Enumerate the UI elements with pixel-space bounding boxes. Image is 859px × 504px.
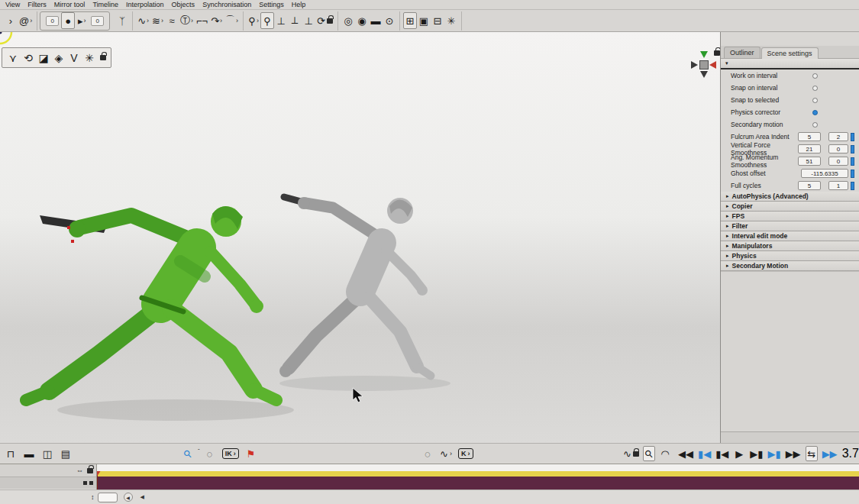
play-button[interactable]: ▶ bbox=[733, 446, 745, 461]
gizmo-axis-left[interactable] bbox=[691, 61, 698, 69]
section-filter[interactable]: ▸Filter bbox=[721, 221, 859, 231]
rotate-tool-icon[interactable]: ↷› bbox=[209, 12, 224, 29]
prev-round-button[interactable]: ◀ bbox=[124, 493, 133, 502]
field-full-cycles-2[interactable]: 1 bbox=[828, 181, 848, 190]
tangent-lock-icon[interactable]: ∿ bbox=[623, 446, 639, 461]
rotate-cube-icon[interactable]: ⟲ bbox=[22, 52, 34, 64]
character-gray[interactable] bbox=[279, 197, 431, 377]
tab-outliner[interactable]: Outliner bbox=[724, 47, 761, 58]
field-fulcrum-area-indent-2[interactable]: 2 bbox=[828, 132, 848, 141]
fulcrum-icon[interactable]: ⟂ bbox=[288, 12, 302, 29]
keyframe-count-spinner[interactable]: 0 bbox=[46, 16, 59, 26]
playback-speed-button[interactable]: ▶▶ bbox=[822, 446, 838, 461]
character-mode-icon[interactable]: ᛉ bbox=[115, 12, 129, 29]
field-fulcrum-area-indent[interactable]: 5 bbox=[798, 132, 821, 141]
offset-arrow-icon[interactable]: ◀ bbox=[140, 494, 144, 500]
ghost-frames-icon[interactable]: ⊓ bbox=[5, 446, 17, 461]
checkbox-snap-to-selected[interactable] bbox=[812, 98, 818, 103]
playhead[interactable] bbox=[97, 471, 101, 476]
field-vertical-force-smoothness[interactable]: 21 bbox=[798, 144, 821, 153]
record-dot-button[interactable]: ● bbox=[61, 12, 75, 29]
fast-forward-button[interactable]: ▶▶ bbox=[786, 446, 801, 461]
field-ghost-offset[interactable]: -115.6335 bbox=[801, 169, 848, 178]
waves-icon[interactable]: ≈ bbox=[165, 12, 179, 29]
view-gizmo[interactable] bbox=[688, 49, 720, 81]
target-icon[interactable]: ◉ bbox=[355, 12, 369, 29]
section-copier[interactable]: ▸Copier bbox=[721, 202, 859, 212]
track-row-header[interactable] bbox=[0, 477, 96, 489]
camera-icon[interactable]: ▬ bbox=[369, 12, 383, 29]
gizmo-lock-icon[interactable] bbox=[714, 50, 720, 56]
stance-icon[interactable]: ⊥ bbox=[274, 12, 288, 29]
checkbox-snap-on-interval[interactable] bbox=[812, 86, 818, 91]
pin-tool-icon[interactable]: ⚲ bbox=[260, 12, 274, 29]
rig-mode-icon[interactable]: ✳ bbox=[444, 12, 458, 29]
arc-tool-icon[interactable]: ⌒› bbox=[224, 12, 240, 29]
cycle-lock-icon[interactable]: ⟳ bbox=[315, 12, 334, 29]
cube-tool-icon[interactable]: ◈ bbox=[53, 52, 65, 64]
frame-stepper-icon[interactable]: ↕ bbox=[91, 493, 95, 501]
pin-button[interactable]: ⚲ bbox=[643, 446, 655, 461]
section-autophysics[interactable]: ▾ bbox=[721, 59, 859, 69]
timeline-ruler-area[interactable] bbox=[97, 464, 859, 489]
wave-lock-icon[interactable]: ≋› bbox=[150, 12, 165, 29]
checkbox-work-on-interval[interactable] bbox=[812, 73, 818, 79]
menu-mirror-tool[interactable]: Mirror tool bbox=[50, 1, 89, 8]
menu-interpolation[interactable]: Interpolation bbox=[122, 1, 168, 8]
key-icon[interactable]: ⚲ bbox=[182, 446, 194, 461]
menu-synchronisation[interactable]: Synchronisation bbox=[199, 1, 255, 8]
section-physics[interactable]: ▸Physics bbox=[721, 251, 859, 261]
menu-objects[interactable]: Objects bbox=[168, 1, 199, 8]
trajectory-tool-icon[interactable]: ∿› bbox=[136, 12, 150, 29]
menu-filters[interactable]: Filters bbox=[24, 1, 50, 8]
spiral-select-icon[interactable]: @› bbox=[18, 12, 34, 29]
viewport-3d[interactable]: ⋎⟲◪◈V✳ bbox=[0, 32, 721, 443]
character-green[interactable] bbox=[26, 206, 276, 400]
field-ang-momentum-smoothness-2[interactable]: 0 bbox=[828, 157, 848, 166]
brackets-icon[interactable]: ⌐¬ bbox=[195, 12, 209, 29]
field-ang-momentum-smoothness[interactable]: 51 bbox=[798, 157, 821, 166]
field-full-cycles[interactable]: 5 bbox=[798, 181, 821, 190]
menu-help[interactable]: Help bbox=[288, 1, 310, 8]
viewport-remove-icon[interactable]: ⊟ bbox=[431, 12, 444, 29]
field-vertical-force-smoothness-2[interactable]: 0 bbox=[828, 144, 848, 153]
interval-spinner[interactable]: 0 bbox=[91, 16, 104, 26]
flag-icon[interactable]: ⚑ bbox=[245, 446, 257, 461]
gizmo-axis-down[interactable] bbox=[700, 71, 708, 78]
ruler-strip[interactable] bbox=[97, 471, 859, 477]
split-view-icon[interactable]: ⊞ bbox=[403, 12, 417, 29]
tracks-lock-icon[interactable] bbox=[87, 468, 93, 473]
history-chevron-icon[interactable]: › bbox=[4, 12, 18, 29]
menu-view[interactable]: View bbox=[2, 1, 24, 8]
focus-brackets-icon[interactable]: ⊙ bbox=[383, 12, 396, 29]
menu-settings[interactable]: Settings bbox=[255, 1, 288, 8]
prev-frame-button[interactable]: ▮◀ bbox=[715, 446, 728, 461]
rewind-button[interactable]: ◀◀ bbox=[678, 446, 693, 461]
selection-ring[interactable] bbox=[0, 32, 11, 44]
checkbox-secondary-motion[interactable] bbox=[812, 122, 818, 128]
interpolation-curve-icon[interactable]: ∿› bbox=[440, 446, 452, 461]
key-mode-button[interactable]: K› bbox=[458, 448, 473, 459]
flag-mode-icon[interactable]: ▸› bbox=[75, 12, 89, 29]
gizmo-axis-up[interactable] bbox=[700, 51, 708, 58]
fit-tracks-icon[interactable]: ⇔ bbox=[76, 467, 83, 474]
menu-timeline[interactable]: Timeline bbox=[89, 1, 122, 8]
ghost-box-icon[interactable]: ◌ bbox=[421, 446, 434, 461]
ghost-sphere-icon[interactable]: ◎ bbox=[341, 12, 355, 29]
vector-tool-icon[interactable]: V bbox=[68, 52, 80, 64]
arc-mode-icon[interactable]: ◠ bbox=[659, 446, 671, 461]
track-toggle-icon[interactable] bbox=[89, 481, 93, 485]
ghost-select-icon[interactable]: ◌ bbox=[204, 446, 216, 461]
gizmo-cube[interactable] bbox=[699, 60, 709, 69]
checkbox-physics-corrector[interactable] bbox=[812, 110, 818, 115]
gizmo-axis-right[interactable] bbox=[709, 61, 716, 69]
jump-end-button[interactable]: ▶▮ bbox=[767, 446, 780, 461]
section-fps[interactable]: ▸FPS bbox=[721, 212, 859, 221]
jump-start-button[interactable]: ▮◀ bbox=[698, 446, 711, 461]
viewport-add-icon[interactable]: ▣ bbox=[417, 12, 431, 29]
select-box-icon[interactable]: ◪ bbox=[37, 52, 50, 64]
channels-icon[interactable]: ▤ bbox=[60, 446, 72, 461]
ik-button[interactable]: IK› bbox=[222, 448, 239, 459]
ground-point-icon[interactable]: ⊥ bbox=[302, 12, 315, 29]
joint-tool-icon[interactable]: ⋎ bbox=[7, 52, 19, 64]
